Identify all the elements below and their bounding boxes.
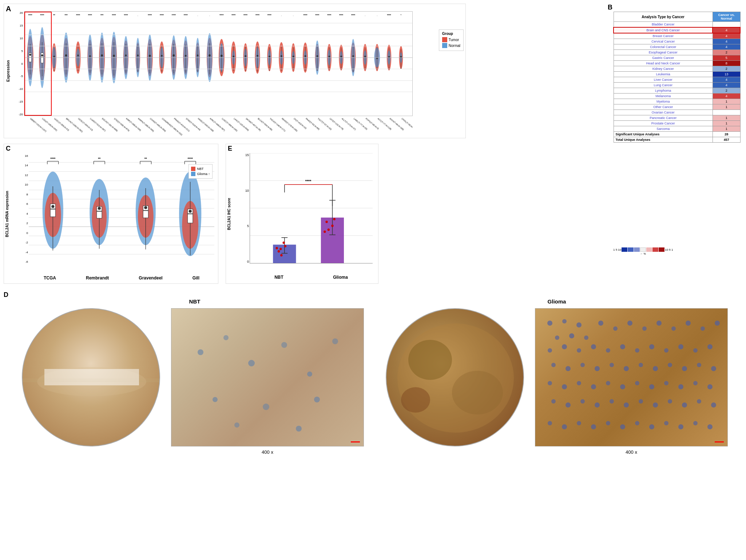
legend-tumor: Tumor bbox=[442, 37, 460, 42]
panel-a-legend: Group Tumor Normal bbox=[439, 29, 464, 51]
cancer-name: Myeloma bbox=[614, 99, 713, 104]
svg-point-346 bbox=[707, 384, 713, 389]
svg-point-329 bbox=[639, 363, 643, 367]
cancer-value: 4 bbox=[713, 44, 740, 50]
glioma-section: Glioma bbox=[371, 298, 742, 455]
glioma-rect-image bbox=[535, 308, 728, 446]
svg-point-304 bbox=[627, 321, 632, 326]
table-row: Cervical Cancer 4 bbox=[614, 39, 740, 44]
glioma-scale-bar bbox=[715, 441, 724, 442]
grid-line-m15 bbox=[24, 92, 412, 92]
panel-e-x-labels: NBT Glioma bbox=[250, 275, 373, 280]
svg-point-367 bbox=[664, 421, 668, 425]
svg-point-318 bbox=[649, 344, 654, 349]
table-header-cancer-normal: Cancer vs. Normal bbox=[713, 12, 740, 22]
svg-point-303 bbox=[613, 326, 618, 331]
scale-blue-13 bbox=[622, 247, 627, 252]
cancer-name: Prostate Cancer bbox=[614, 121, 713, 126]
panel-d-label: D bbox=[4, 291, 8, 299]
svg-point-336 bbox=[562, 384, 567, 389]
svg-point-295 bbox=[401, 387, 430, 413]
svg-point-324 bbox=[566, 366, 571, 371]
table-row: Head and Neck Cancer 8 bbox=[614, 61, 740, 66]
svg-point-314 bbox=[591, 344, 596, 349]
table-row-footer: Total Unique Analyses 457 bbox=[614, 137, 740, 143]
svg-point-347 bbox=[551, 399, 556, 404]
svg-text:****: **** bbox=[112, 13, 116, 16]
svg-point-348 bbox=[566, 402, 571, 408]
svg-point-358 bbox=[711, 402, 716, 408]
grid-line-0 bbox=[24, 57, 412, 58]
svg-point-53 bbox=[161, 55, 162, 57]
cancer-name: Melanoma bbox=[614, 94, 713, 99]
cancer-name: Leukemia bbox=[614, 72, 713, 77]
nbt-section: NBT bbox=[22, 298, 368, 455]
svg-text:**: ** bbox=[144, 157, 147, 160]
table-row: Melanoma 4 bbox=[614, 94, 740, 99]
svg-point-369 bbox=[693, 421, 698, 425]
svg-point-323 bbox=[551, 363, 556, 367]
cancer-name: Pancreatic Cancer bbox=[614, 115, 713, 121]
cancer-value: 5 bbox=[713, 55, 740, 61]
svg-text:****: **** bbox=[88, 13, 92, 16]
svg-point-13 bbox=[41, 54, 43, 56]
svg-point-7 bbox=[29, 53, 31, 56]
svg-text:****: **** bbox=[28, 13, 32, 16]
svg-point-327 bbox=[610, 363, 614, 367]
svg-point-267 bbox=[325, 221, 328, 223]
svg-text:****: **** bbox=[40, 13, 44, 16]
grid-line-15 bbox=[24, 23, 412, 23]
svg-point-298 bbox=[576, 322, 582, 327]
svg-point-294 bbox=[452, 371, 503, 414]
svg-text:****: **** bbox=[219, 13, 223, 16]
svg-point-332 bbox=[682, 366, 687, 371]
grid-line-5 bbox=[24, 46, 412, 46]
violin-plot-area: **** **** ** *** **** **** *** **** ****… bbox=[24, 11, 413, 116]
svg-point-268 bbox=[331, 225, 333, 227]
svg-point-263 bbox=[278, 250, 280, 252]
svg-point-357 bbox=[697, 399, 701, 404]
scale-row: 1 5 10 10 5 1 bbox=[613, 247, 673, 252]
svg-point-290 bbox=[234, 422, 239, 428]
cancer-value: 4 bbox=[713, 27, 740, 33]
cancer-value: 1 bbox=[713, 126, 740, 132]
panel-c-svg: **** ** ** bbox=[29, 153, 214, 265]
svg-point-309 bbox=[701, 326, 705, 331]
svg-text:****: **** bbox=[387, 13, 391, 16]
glioma-circle-container bbox=[386, 308, 524, 446]
nbt-title: NBT bbox=[22, 298, 368, 305]
panel-c: C BCL2A1 mRNA expression 16 14 12 10 8 6… bbox=[4, 144, 218, 284]
svg-point-73 bbox=[221, 55, 222, 57]
svg-point-320 bbox=[678, 344, 683, 349]
nbt-scale-bar bbox=[351, 441, 360, 442]
glioma-color bbox=[191, 172, 195, 176]
panel-b-label: B bbox=[608, 4, 612, 11]
panel-c-label: C bbox=[6, 145, 11, 152]
cancer-name: Cervical Cancer bbox=[614, 39, 713, 44]
glioma-circle-image bbox=[386, 308, 524, 446]
svg-point-65 bbox=[197, 55, 198, 56]
svg-point-356 bbox=[682, 402, 687, 408]
table-row: Lymphoma 2 bbox=[614, 88, 740, 94]
svg-point-340 bbox=[620, 384, 625, 389]
svg-point-262 bbox=[284, 245, 286, 247]
panel-c-y-label: BCL2A1 mRNA expression bbox=[5, 191, 9, 237]
svg-point-264 bbox=[283, 242, 285, 244]
panel-c-y-ticks: 16 14 12 10 8 6 4 2 0 -2 -4 -6 bbox=[21, 154, 28, 263]
svg-point-311 bbox=[548, 348, 552, 353]
svg-point-352 bbox=[624, 402, 629, 408]
table-row: Colorectal Cancer 4 bbox=[614, 44, 740, 50]
svg-point-312 bbox=[562, 344, 567, 349]
svg-point-271 bbox=[324, 230, 326, 233]
cancer-name: Gastric Cancer bbox=[614, 55, 713, 61]
cancer-name: Lung Cancer bbox=[614, 83, 713, 88]
svg-point-300 bbox=[569, 333, 574, 338]
nbt-images: 400 x bbox=[22, 308, 368, 455]
svg-point-365 bbox=[635, 421, 639, 425]
svg-point-285 bbox=[307, 372, 312, 377]
svg-point-342 bbox=[649, 384, 654, 389]
svg-point-366 bbox=[649, 424, 654, 429]
analysis-type-table: Analysis Type by Cancer Cancer vs. Norma… bbox=[613, 12, 741, 143]
grid-line-m10 bbox=[24, 80, 412, 81]
svg-point-266 bbox=[276, 247, 278, 249]
